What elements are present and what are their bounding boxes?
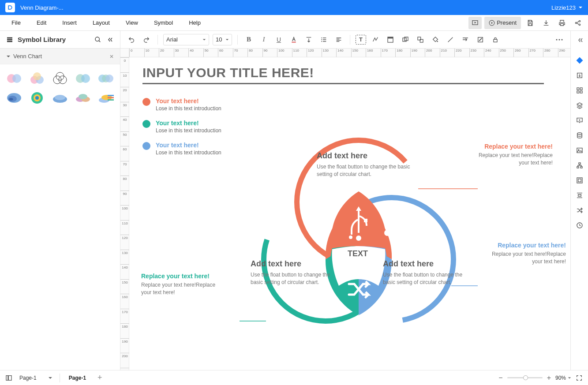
bullet-list-button[interactable] — [318, 34, 330, 45]
font-select[interactable]: Arial — [163, 34, 209, 45]
venn-symbol-1[interactable] — [4, 71, 24, 86]
grid-panel-icon[interactable] — [573, 84, 586, 97]
callout-right[interactable]: Replace your text here! Replace your tex… — [487, 242, 566, 266]
sidebar-title: Symbol Library — [18, 36, 66, 43]
page-title[interactable]: INPUT YOUR TITLE HERE! — [142, 65, 544, 84]
shuffle-panel-icon[interactable] — [573, 204, 586, 217]
page-selector[interactable]: Page-1 — [17, 374, 55, 382]
data-panel-icon[interactable] — [573, 129, 586, 142]
font-size-select[interactable]: 10 — [213, 34, 232, 45]
svg-rect-76 — [577, 148, 582, 153]
ungroup-button[interactable] — [415, 34, 426, 45]
history-panel-icon[interactable] — [573, 219, 586, 232]
menu-symbol[interactable]: Symbol — [146, 16, 181, 30]
venn-symbol-3[interactable] — [50, 71, 70, 86]
layers-panel-icon[interactable] — [573, 99, 586, 112]
present-button[interactable]: Present — [484, 17, 521, 29]
fill-button[interactable] — [430, 34, 441, 45]
download-button[interactable] — [539, 17, 553, 29]
venn-symbol-4[interactable] — [73, 71, 93, 86]
more-button[interactable] — [554, 34, 565, 45]
redo-button[interactable] — [141, 34, 152, 45]
legend-item-1[interactable]: Your text here!Lose in this text introdu… — [142, 97, 557, 112]
svg-rect-6 — [7, 39, 12, 40]
venn-text-right[interactable]: Add text here Use the float button to ch… — [383, 259, 471, 287]
svg-rect-35 — [108, 95, 114, 96]
group-button[interactable] — [400, 34, 411, 45]
svg-point-29 — [55, 95, 65, 100]
zoom-level[interactable]: 90% — [555, 375, 571, 381]
svg-rect-81 — [577, 178, 582, 183]
app-menus: File Edit Insert Layout View Symbol Help — [4, 16, 209, 30]
print-button[interactable] — [555, 17, 569, 29]
italic-button[interactable]: I — [258, 34, 270, 45]
menu-help[interactable]: Help — [181, 16, 209, 30]
pages-icon[interactable] — [5, 374, 12, 381]
svg-point-48 — [437, 41, 438, 42]
line-button[interactable] — [445, 34, 456, 45]
frame-panel-icon[interactable] — [573, 174, 586, 187]
style-panel-icon[interactable] — [573, 54, 586, 67]
venn-symbol-2[interactable] — [27, 71, 47, 86]
add-page-button[interactable]: + — [95, 373, 105, 382]
save-button[interactable] — [524, 17, 537, 29]
slideshow-button[interactable] — [468, 17, 482, 29]
text-tool-button[interactable]: T — [356, 35, 366, 45]
svg-rect-37 — [108, 99, 114, 101]
tree-panel-icon[interactable] — [573, 159, 586, 172]
zoom-in-button[interactable]: + — [547, 374, 551, 382]
zoom-out-button[interactable]: − — [498, 374, 502, 382]
svg-point-13 — [33, 72, 41, 80]
venn-center-label[interactable]: TEXT — [348, 249, 368, 258]
user-menu[interactable]: Lizzie123 — [551, 4, 583, 11]
edit-button[interactable] — [475, 34, 486, 45]
align-panel-icon[interactable] — [573, 189, 586, 202]
container-button[interactable] — [385, 34, 396, 45]
underline-button[interactable]: U — [273, 34, 285, 45]
document-title: Venn Diagram-... — [20, 4, 64, 11]
venn-text-top[interactable]: Add text here Use the float button to ch… — [317, 151, 418, 179]
section-venn-chart[interactable]: Venn Chart — [0, 49, 120, 64]
venn-symbol-8[interactable] — [50, 90, 70, 106]
share-button[interactable] — [571, 17, 584, 29]
ruler-corner — [120, 49, 129, 57]
expand-panel-icon[interactable] — [573, 34, 586, 47]
venn-symbol-7[interactable] — [27, 90, 47, 106]
venn-symbol-10[interactable] — [96, 90, 116, 106]
font-color-button[interactable] — [288, 34, 300, 45]
callout-left[interactable]: Replace your text here! Replace your tex… — [141, 273, 221, 297]
legend-title: Your text here! — [156, 97, 221, 105]
menu-file[interactable]: File — [4, 16, 29, 30]
lock-button[interactable] — [490, 34, 501, 45]
image-panel-icon[interactable] — [573, 144, 586, 157]
venn-symbol-5[interactable] — [96, 71, 116, 86]
user-name: Lizzie123 — [551, 4, 576, 11]
arrow-style-button[interactable] — [460, 34, 471, 45]
menu-insert[interactable]: Insert — [54, 16, 85, 30]
menu-layout[interactable]: Layout — [85, 16, 118, 30]
venn-diagram[interactable]: Add text here Use the float button to ch… — [240, 114, 478, 352]
presentation-panel-icon[interactable] — [573, 114, 586, 127]
search-icon[interactable] — [94, 36, 101, 43]
legend-title: Your text here! — [156, 120, 221, 127]
align-button[interactable] — [333, 34, 345, 45]
connector-button[interactable] — [370, 34, 381, 45]
undo-button[interactable] — [126, 34, 137, 45]
canvas[interactable]: INPUT YOUR TITLE HERE! Your text here!Lo… — [129, 57, 570, 370]
menu-view[interactable]: View — [118, 16, 146, 30]
venn-symbol-6[interactable] — [4, 90, 24, 106]
fullscreen-button[interactable] — [576, 374, 583, 381]
page-tab[interactable]: Page-1 — [64, 373, 90, 383]
close-icon[interactable] — [109, 54, 114, 59]
vertical-align-button[interactable] — [303, 34, 315, 45]
collapse-panel-icon[interactable] — [107, 36, 114, 43]
venn-symbol-9[interactable] — [73, 90, 93, 106]
zoom-slider[interactable] — [507, 377, 543, 378]
export-panel-icon[interactable] — [573, 69, 586, 82]
bold-button[interactable]: B — [243, 34, 255, 45]
menu-edit[interactable]: Edit — [29, 16, 54, 30]
venn-text-left[interactable]: Add text here Use the float button to ch… — [251, 259, 339, 287]
play-icon — [489, 20, 495, 26]
legend-sub: Lose in this text introduction — [156, 127, 221, 134]
callout-top-right[interactable]: Replace your text here! Replace your tex… — [473, 143, 553, 167]
